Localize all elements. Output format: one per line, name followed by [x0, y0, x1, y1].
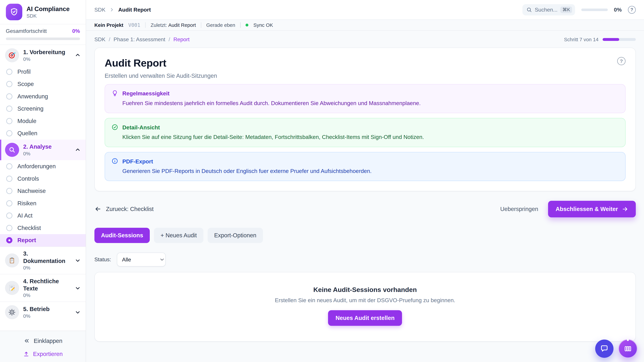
sidebar-footer: Einklappen Exportieren: [0, 331, 86, 362]
empty-state-card: Keine Audit-Sessions vorhanden Erstellen…: [94, 272, 636, 342]
export-label: Exportieren: [33, 351, 63, 357]
sidebar-section-vorbereitung[interactable]: 1. Vorbereitung 0%: [0, 45, 86, 65]
crumb-project[interactable]: SDK: [94, 36, 106, 42]
step-progress-fill: [602, 38, 619, 41]
status-filter-row: Status: Alle: [94, 253, 636, 267]
chevron-down-icon: [75, 309, 81, 315]
sidebar-item-quellen[interactable]: Quellen: [0, 127, 86, 140]
sidebar-item-profil[interactable]: Profil: [0, 65, 86, 78]
divider: [201, 22, 201, 28]
sidebar-item-module[interactable]: Module: [0, 115, 86, 127]
radio-icon: [6, 81, 12, 87]
chevron-up-icon: [75, 147, 81, 153]
collapse-label: Einklappen: [34, 338, 62, 344]
status-label: Status:: [94, 256, 111, 263]
breadcrumb-root[interactable]: SDK: [94, 7, 106, 13]
status-select[interactable]: Alle: [117, 253, 166, 267]
sidebar-section-rechtliche-texte[interactable]: 4. Rechtliche Texte 0%: [0, 274, 86, 302]
section-pct: 0%: [23, 265, 70, 271]
notification-dot: [627, 339, 629, 341]
project-name: Kein Projekt: [94, 22, 124, 28]
sidebar-item-ai-act[interactable]: AI Act: [0, 210, 86, 222]
section-label: 2. Analyse: [23, 143, 52, 150]
header-progress-value: 0%: [614, 7, 622, 13]
sidebar-item-screening[interactable]: Screening: [0, 103, 86, 115]
overall-progress: Gesamtfortschritt 0%: [0, 24, 86, 45]
board-fab-button[interactable]: [618, 339, 638, 358]
collapse-sidebar-button[interactable]: Einklappen: [23, 338, 62, 344]
last-visited: Zuletzt: Audit Report: [150, 22, 196, 28]
sidebar-item-anforderungen[interactable]: Anforderungen: [0, 160, 86, 173]
sidebar-item-nachweise[interactable]: Nachweise: [0, 185, 86, 197]
card-help-icon[interactable]: ?: [617, 57, 626, 65]
info-circle-icon: [112, 158, 118, 175]
page-breadcrumb: SDK / Phase 1: Assessment / Report: [94, 36, 190, 42]
next-label: Abschliessen & Weiter: [556, 206, 618, 212]
last-value: Audit Report: [168, 22, 196, 28]
section-label: 4. Rechtliche Texte: [23, 278, 70, 292]
export-button[interactable]: Exportieren: [23, 351, 63, 357]
crumb-current: Report: [174, 36, 190, 42]
magnifier-icon: [5, 143, 19, 157]
search-input[interactable]: Suchen... ⌘K: [522, 4, 575, 15]
breadcrumb: SDK Audit Report: [94, 7, 151, 13]
sidebar-section-betrieb[interactable]: 5. Betrieb 0%: [0, 302, 86, 323]
page-subtitle: Erstellen und verwalten Sie Audit-Sitzun…: [105, 72, 626, 79]
chat-bubble-icon: [600, 344, 609, 353]
complete-next-button[interactable]: Abschliessen & Weiter: [548, 201, 636, 217]
last-label: Zuletzt:: [150, 22, 167, 28]
item-label: Scope: [18, 81, 34, 87]
chat-fab-button[interactable]: [595, 340, 614, 358]
item-label: Checklist: [18, 225, 41, 231]
app-subtitle: SDK: [26, 13, 70, 19]
shield-logo-icon: [6, 4, 22, 20]
sidebar-item-risiken[interactable]: Risiken: [0, 197, 86, 210]
page-content: SDK / Phase 1: Assessment / Report Schri…: [86, 31, 644, 362]
radio-icon: [6, 176, 12, 182]
radio-icon: [6, 200, 12, 206]
sidebar-item-anwendung[interactable]: Anwendung: [0, 90, 86, 103]
upload-icon: [23, 351, 29, 357]
crumb-separator: /: [109, 36, 110, 42]
app-title: AI Compliance: [26, 5, 70, 12]
info-text: Klicken Sie auf eine Sitzung fuer die De…: [122, 133, 424, 141]
info-text: Fuehren Sie mindestens jaehrlich ein for…: [122, 99, 421, 107]
crumb-phase[interactable]: Phase 1: Assessment: [114, 36, 165, 42]
page-breadcrumb-row: SDK / Phase 1: Assessment / Report Schri…: [94, 36, 636, 42]
tab-audit-sessions[interactable]: Audit-Sessions: [94, 228, 150, 243]
item-label: Anforderungen: [18, 163, 56, 170]
overall-progress-track: [6, 37, 80, 40]
skip-button[interactable]: Ueberspringen: [500, 206, 538, 212]
step-progress-track: [602, 38, 636, 41]
chevron-right-icon: [109, 7, 114, 12]
section-pct: 0%: [23, 313, 50, 319]
item-label: AI Act: [18, 212, 32, 219]
step-progress: Schritt 7 von 14: [564, 37, 636, 42]
sidebar-section-dokumentation[interactable]: 3. Dokumentation 0%: [0, 247, 86, 274]
info-box-detail-ansicht: Detail-Ansicht Klicken Sie auf eine Sitz…: [105, 118, 626, 147]
section-label: 1. Vorbereitung: [23, 49, 65, 56]
sync-status: Sync OK: [254, 22, 273, 28]
radio-icon: [6, 213, 12, 219]
empty-state-text: Erstellen Sie ein neues Audit, um mit de…: [103, 297, 627, 304]
search-icon: [526, 7, 532, 12]
sidebar-item-controls[interactable]: Controls: [0, 172, 86, 185]
page-title: Audit Report: [105, 57, 166, 69]
tab-neues-audit[interactable]: + Neues Audit: [154, 228, 204, 243]
sidebar-item-checklist[interactable]: Checklist: [0, 222, 86, 234]
create-audit-button[interactable]: Neues Audit erstellen: [328, 310, 402, 326]
sidebar: AI Compliance SDK Gesamtfortschritt 0% 1…: [0, 0, 86, 362]
item-label: Controls: [18, 175, 39, 182]
chevron-down-icon: [75, 257, 81, 264]
radio-icon: [6, 106, 12, 112]
back-button[interactable]: Zurueck: Checklist: [94, 205, 154, 213]
help-icon[interactable]: ?: [628, 6, 636, 14]
sidebar-item-scope[interactable]: Scope: [0, 78, 86, 90]
radio-selected-icon: [6, 237, 12, 243]
divider: [145, 22, 146, 28]
memo-icon: [5, 281, 19, 295]
radio-icon: [6, 118, 12, 124]
sidebar-section-analyse[interactable]: 2. Analyse 0%: [0, 140, 86, 160]
tab-export-optionen[interactable]: Export-Optionen: [208, 228, 263, 243]
sidebar-item-report[interactable]: Report: [0, 234, 86, 247]
